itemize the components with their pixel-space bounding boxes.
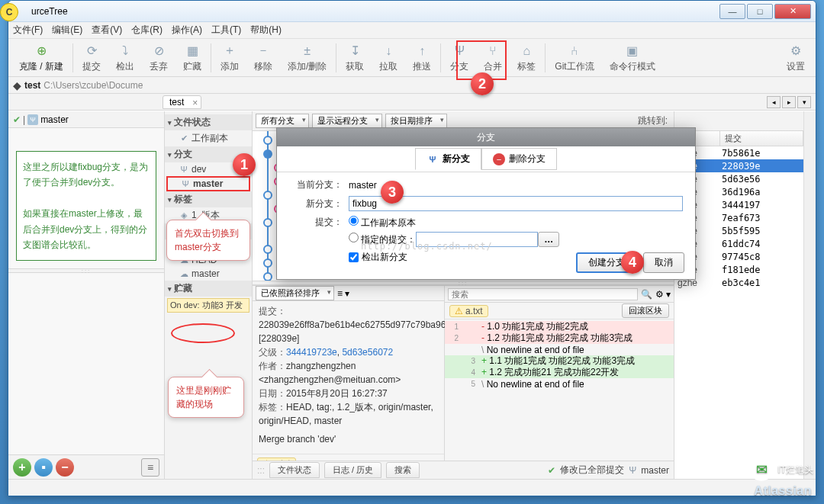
check-icon: ✔ [548,465,555,476]
tb-branch[interactable]: Ψ分支 [443,40,476,75]
repo-name: test [24,80,40,91]
tb-tag[interactable]: ⌂标签 [510,40,543,75]
side-branch-master[interactable]: Ψmaster [166,176,250,191]
tb-fetch[interactable]: ↧获取 [338,40,372,75]
tb-discard[interactable]: ⊘丢弃 [142,40,175,75]
side-section-branches[interactable]: 分支 [165,146,252,162]
tb-addremove[interactable]: ±添加/删除 [280,40,334,75]
tb-commit[interactable]: ⟳提交 [75,40,108,75]
tb-settings[interactable]: ⚙设置 [779,40,813,75]
specified-commit-input[interactable] [416,232,538,247]
terminal-icon: ▣ [624,43,641,59]
cancel-button[interactable]: 取消 [643,252,684,273]
side-remote-master[interactable]: ☁master [165,267,252,281]
search-icon[interactable]: 🔍 [641,289,652,300]
side-section-filestate[interactable]: 文件状态 [165,114,252,130]
tab-menu-button[interactable]: ▾ [797,96,811,108]
dialog-tab-delete[interactable]: −删除分支 [481,148,557,170]
maximize-button[interactable]: □ [747,4,773,19]
minimize-button[interactable]: — [719,4,745,19]
tb-stash[interactable]: ▦贮藏 [175,40,209,75]
wechat-overlay: ✉IT烂笔头 [750,458,813,481]
tb-cmd[interactable]: ▣命令行模式 [602,40,663,75]
tag-icon: ⌂ [518,43,535,59]
side-stash-item[interactable]: On dev: 功能3 开发 [167,298,249,313]
add-repo-button[interactable]: + [13,458,31,477]
close-button[interactable]: ✕ [774,4,811,19]
tab-prev-button[interactable]: ◂ [767,96,781,108]
tab-close-icon[interactable]: × [192,98,198,108]
menubar: 文件(F) 编辑(E) 查看(V) 仓库(R) 操作(A) 工具(T) 帮助(H… [8,22,816,39]
side-branch-dev[interactable]: Ψdev [165,162,252,176]
svg-point-6 [264,191,272,199]
menu-tool[interactable]: 工具(T) [211,24,241,37]
current-branch-value: master [349,180,377,191]
annotation-tooltip-1: 首先双击切换到master分支 [166,220,250,261]
menu-repo[interactable]: 仓库(R) [131,24,163,37]
side-working-copy[interactable]: ✔工作副本 [165,130,252,146]
svg-point-9 [264,246,272,253]
tb-gitflow[interactable]: ⑃Git工作流 [547,40,601,75]
discard-icon: ⊘ [150,43,167,59]
titlebar: urceTree — □ ✕ [8,1,816,22]
tb-add[interactable]: ＋添加 [213,40,246,75]
commit-icon: ⟳ [83,43,100,59]
delete-icon: − [493,153,505,165]
branch-indicator: ✔ | Ψ master [8,111,164,128]
drag-handle[interactable]: ::: [8,268,164,273]
create-branch-button[interactable]: 创建分支 [576,252,637,273]
tb-remove[interactable]: －移除 [246,40,280,75]
tb-merge[interactable]: ⑂合并 [476,40,510,75]
tb-pull[interactable]: ↓拉取 [372,40,405,75]
folder-repo-button[interactable]: ▪ [34,458,53,477]
browse-commit-button[interactable]: … [538,232,559,247]
fetch-icon: ↧ [346,43,363,59]
scrollbar[interactable] [803,111,816,479]
wechat-icon: ✉ [750,458,773,481]
btab-filestate[interactable]: 文件状态 [269,462,320,478]
tab-next-button[interactable]: ▸ [782,96,796,108]
opt-specified-commit[interactable]: 指定的提交： [349,234,416,245]
check-icon: ✔ [13,114,21,125]
side-section-stashes[interactable]: 贮藏 [165,281,252,297]
filter-remote-dropdown[interactable]: 显示远程分支 [312,114,382,128]
dialog-title: 分支 [277,128,695,146]
menu-view[interactable]: 查看(V) [92,24,122,37]
side-section-tags[interactable]: 标签 [165,191,252,207]
branch-icon: Ψ [451,43,468,59]
dialog-tab-new[interactable]: Ψ新分支 [415,148,481,170]
repo-icon: ◆ [13,79,21,91]
rollback-hunk-button[interactable]: 回滚区块 [622,303,669,318]
menu-action[interactable]: 操作(A) [172,24,202,37]
btab-log[interactable]: 日志 / 历史 [324,462,381,478]
diff-options-icon[interactable]: ⚙ ▾ [655,289,671,300]
window-title: urceTree [31,6,719,17]
tb-clone[interactable]: ⊕克隆 / 新建 [11,40,71,75]
tb-push[interactable]: ↑推送 [405,40,439,75]
new-branch-input[interactable] [349,196,683,211]
branch-dialog: 分支 Ψ新分支 −删除分支 当前分支：master 新分支： 提交： 工作副本原… [276,127,696,280]
annotation-green-note: 这里之所以建fixbug分支，是为了便于合并到dev分支。 如果直接在maste… [16,151,156,261]
opt-working-copy[interactable]: 工作副本原本 [349,216,559,230]
btab-search[interactable]: 搜索 [386,462,420,478]
remove-icon: － [255,43,272,59]
checkout-new-branch[interactable]: 检出新分支 [349,251,559,264]
stash-icon: ▦ [184,43,201,59]
list-toggle-button[interactable]: ≡ [141,458,159,477]
parent-link-2[interactable]: 5d63e56072 [342,347,393,358]
detail-sort-dropdown[interactable]: 已依照路径排序 [256,286,334,300]
parent-link-1[interactable]: 344419723e [286,347,337,358]
menu-file[interactable]: 文件(F) [13,24,43,37]
remove-repo-button[interactable]: − [56,458,74,477]
svg-point-10 [264,259,272,267]
tab-test[interactable]: test× [163,95,201,109]
menu-edit[interactable]: 编辑(E) [52,24,82,37]
check-icon: ✔ [179,133,189,144]
filter-sort-dropdown[interactable]: 按日期排序 [385,114,447,128]
tb-checkout[interactable]: ⤵检出 [108,40,142,75]
menu-help[interactable]: 帮助(H) [250,24,282,37]
col-commit[interactable]: 提交 [720,131,803,146]
diff-search-input[interactable] [448,288,638,300]
filter-branches-dropdown[interactable]: 所有分支 [256,114,309,128]
diff-view: 11.0 功能1完成 功能2完成21.2 功能1完成 功能2完成 功能3完成No… [445,319,674,461]
